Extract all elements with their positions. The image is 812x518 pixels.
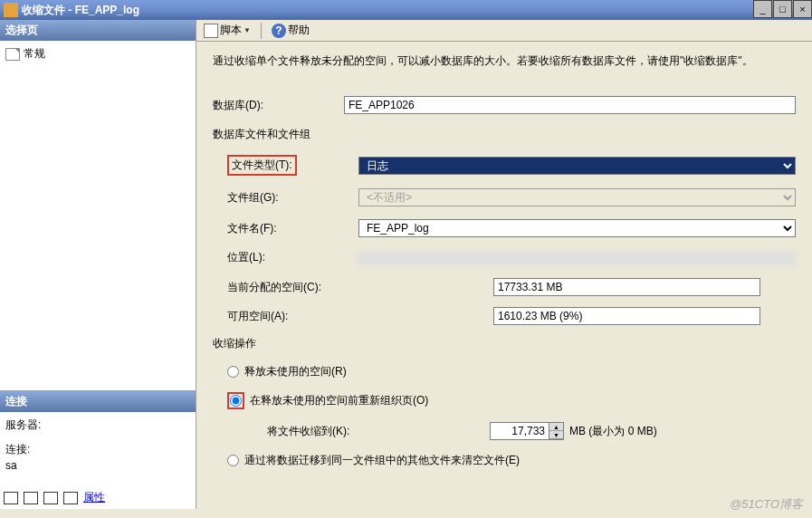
minimize-button[interactable]: _ — [753, 0, 772, 18]
filegroup-row: 文件组(G): <不适用> — [213, 188, 796, 206]
tool-icon-3[interactable] — [63, 492, 78, 504]
filegroup-label: 文件组(G): — [227, 190, 358, 206]
filegroup-section-title: 数据库文件和文件组 — [213, 127, 796, 142]
allocated-row: 当前分配的空间(C): 17733.31 MB — [213, 278, 796, 296]
database-row: 数据库(D): FE_APP1026 — [213, 96, 796, 114]
connection-info: 服务器: 连接: sa — [0, 412, 196, 486]
spinner-down-icon[interactable]: ▼ — [549, 431, 563, 439]
radio-empty-label: 通过将数据迁移到同一文件组中的其他文件来清空文件(E) — [244, 453, 520, 468]
conn-label: 连接: — [5, 442, 190, 457]
help-icon: ? — [272, 24, 286, 38]
help-label: 帮助 — [288, 23, 310, 38]
filename-row: 文件名(F): FE_APP_log — [213, 219, 796, 237]
maximize-button[interactable]: □ — [773, 0, 792, 18]
sidebar: 选择页 常规 连接 服务器: 连接: sa 属性 — [0, 20, 196, 509]
tool-icon-2[interactable] — [43, 492, 58, 504]
properties-link[interactable]: 属性 — [83, 490, 105, 505]
radio-reorganize-highlight — [227, 392, 244, 409]
script-button[interactable]: 脚本 ▼ — [200, 22, 254, 39]
filetype-select[interactable]: 日志 — [358, 157, 796, 175]
free-label: 可用空间(A): — [213, 309, 493, 324]
radio-empty-file[interactable]: 通过将数据迁移到同一文件组中的其他文件来清空文件(E) — [213, 453, 796, 468]
toolbar: 脚本 ▼ ? 帮助 — [196, 20, 812, 42]
sidebar-footer: 属性 — [0, 486, 196, 509]
watermark: @51CTO博客 — [730, 496, 803, 513]
content-pane: 脚本 ▼ ? 帮助 通过收缩单个文件释放未分配的空间，可以减小数据库的大小。若要… — [196, 20, 812, 509]
filename-select[interactable]: FE_APP_log — [358, 219, 796, 237]
server-label: 服务器: — [5, 417, 190, 433]
sidebar-select-header: 选择页 — [0, 20, 196, 41]
shrink-to-input[interactable] — [490, 422, 549, 440]
allocated-value: 17733.31 MB — [493, 278, 760, 296]
tool-icon-1[interactable] — [24, 492, 38, 504]
conn-value: sa — [5, 459, 190, 472]
radio-release-input[interactable] — [227, 366, 239, 378]
location-label: 位置(L): — [227, 250, 358, 265]
radio-reorganize-input[interactable] — [230, 395, 242, 407]
sidebar-conn-header: 连接 — [0, 391, 196, 412]
database-value: FE_APP1026 — [344, 96, 796, 114]
window-controls: _ □ × — [752, 0, 812, 20]
shrink-to-spinner[interactable]: ▲▼ — [490, 422, 564, 440]
script-icon — [204, 24, 218, 38]
radio-release-label: 释放未使用的空间(R) — [244, 364, 347, 379]
app-icon — [4, 3, 18, 17]
keyboard-icon[interactable] — [4, 492, 18, 504]
filegroup-select: <不适用> — [358, 188, 796, 206]
allocated-label: 当前分配的空间(C): — [213, 280, 493, 295]
location-row: 位置(L): — [213, 250, 796, 265]
form-body: 通过收缩单个文件释放未分配的空间，可以减小数据库的大小。若要收缩所有数据库文件，… — [196, 42, 812, 509]
filename-label: 文件名(F): — [227, 221, 358, 236]
spinner-up-icon[interactable]: ▲ — [549, 423, 563, 431]
close-button[interactable]: × — [793, 0, 812, 18]
main-layout: 选择页 常规 连接 服务器: 连接: sa 属性 — [0, 20, 812, 509]
radio-reorganize[interactable]: 在释放未使用的空间前重新组织页(O) — [213, 392, 796, 409]
toolbar-separator — [261, 23, 262, 39]
shrink-to-suffix: MB (最小为 0 MB) — [569, 424, 657, 439]
description-text: 通过收缩单个文件释放未分配的空间，可以减小数据库的大小。若要收缩所有数据库文件，… — [213, 53, 796, 69]
window-title: 收缩文件 - FE_APP_log — [22, 3, 752, 18]
shrink-to-label: 将文件收缩到(K): — [267, 424, 484, 439]
free-value: 1610.23 MB (9%) — [493, 307, 760, 325]
shrink-to-row: 将文件收缩到(K): ▲▼ MB (最小为 0 MB) — [213, 422, 796, 440]
filetype-row: 文件类型(T): 日志 — [213, 155, 796, 176]
free-row: 可用空间(A): 1610.23 MB (9%) — [213, 307, 796, 325]
database-label: 数据库(D): — [213, 98, 344, 113]
script-label: 脚本 — [220, 23, 242, 38]
chevron-down-icon: ▼ — [244, 26, 251, 34]
page-icon — [5, 48, 20, 61]
radio-reorganize-label: 在释放未使用的空间前重新组织页(O) — [250, 393, 428, 408]
radio-empty-input[interactable] — [227, 455, 239, 466]
shrink-section-title: 收缩操作 — [213, 336, 796, 351]
sidebar-connection: 连接 服务器: 连接: sa — [0, 390, 196, 486]
filetype-label: 文件类型(T): — [227, 155, 297, 176]
sidebar-tree: 常规 — [0, 41, 196, 390]
sidebar-item-label: 常规 — [24, 46, 45, 62]
help-button[interactable]: ? 帮助 — [268, 22, 313, 39]
window-titlebar: 收缩文件 - FE_APP_log _ □ × — [0, 0, 812, 20]
sidebar-item-general[interactable]: 常规 — [4, 44, 192, 63]
radio-release-unused[interactable]: 释放未使用的空间(R) — [213, 364, 796, 379]
spinner-buttons[interactable]: ▲▼ — [549, 422, 564, 440]
location-value-blurred — [358, 251, 796, 265]
